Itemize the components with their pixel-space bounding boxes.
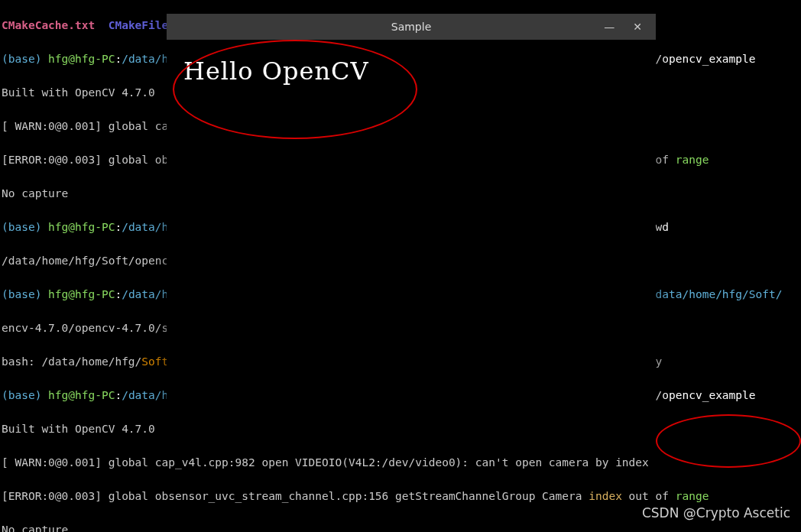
close-button[interactable]: ✕ <box>633 18 642 35</box>
hello-text: Hello OpenCV <box>183 63 369 79</box>
sample-window[interactable]: Sample — ✕ Hello OpenCV <box>167 14 656 407</box>
sample-content: Hello OpenCV <box>167 40 656 407</box>
minimize-button[interactable]: — <box>604 18 615 35</box>
output-error: [ERROR:0@0.003] global obsensor_uvc_stre… <box>2 488 799 504</box>
output-built: Built with OpenCV 4.7.0 <box>2 420 799 437</box>
window-controls: — ✕ <box>604 14 651 40</box>
window-title: Sample <box>167 18 656 35</box>
watermark: CSDN @Crypto Ascetic <box>642 504 790 521</box>
titlebar[interactable]: Sample — ✕ <box>167 14 656 40</box>
output-warn: [ WARN:0@0.001] global cap_v4l.cpp:982 o… <box>2 454 799 471</box>
output-nocap: No capture <box>2 521 799 532</box>
